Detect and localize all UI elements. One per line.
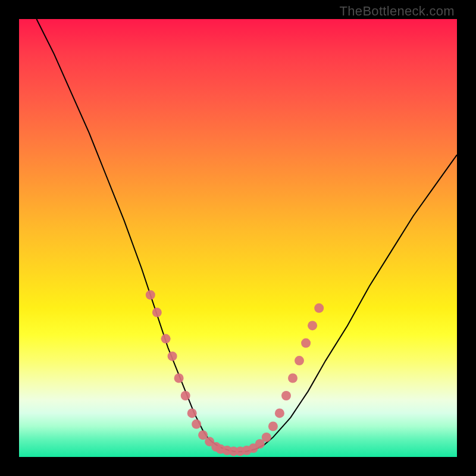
chart-svg [19, 19, 457, 457]
chart-frame: TheBottleneck.com [0, 0, 476, 476]
watermark-text: TheBottleneck.com [340, 4, 455, 19]
data-dot [281, 391, 291, 400]
data-dot [192, 419, 201, 429]
data-dot [174, 374, 184, 383]
data-dot [314, 303, 324, 313]
data-dot [168, 352, 177, 361]
plot-area [19, 19, 457, 457]
data-dots [146, 290, 324, 456]
data-dot [146, 290, 155, 300]
data-dot [295, 356, 304, 365]
data-dot [187, 408, 197, 418]
data-dot [181, 391, 190, 400]
data-dot [288, 374, 298, 383]
data-dot [275, 408, 284, 418]
data-dot [301, 339, 311, 348]
data-dot [308, 321, 317, 330]
bottleneck-curve [36, 19, 457, 452]
data-dot [262, 433, 271, 442]
data-dot [161, 334, 171, 343]
data-dot [268, 422, 278, 431]
data-dot [152, 308, 162, 317]
